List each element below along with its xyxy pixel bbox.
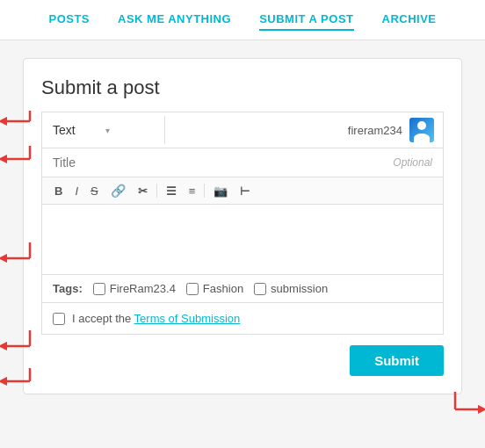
camera-button[interactable]: 📷 [210,183,231,199]
tags-row: Tags: FireRam23.4 Fashion submission [41,274,444,302]
user-info: fireram234 [165,112,443,148]
type-label: Text [53,123,102,137]
svg-marker-1 [0,117,7,126]
nav-archive[interactable]: ARCHIVE [382,12,437,31]
svg-marker-10 [0,342,7,350]
tag-fashion-label: Fashion [203,282,243,295]
optional-label: Optional [393,156,432,169]
submit-row: Submit [41,345,444,376]
list-bullet-button[interactable]: ☰ [163,183,180,199]
bold-button[interactable]: B [51,183,66,199]
strikethrough-button[interactable]: S [87,183,102,199]
nav-submit[interactable]: SUBMIT A POST [259,12,353,31]
italic-button[interactable]: I [71,183,82,199]
terms-row: I accept the Terms of Submission [41,302,444,335]
tag-submission-checkbox[interactable] [254,283,266,295]
terms-link[interactable]: Terms of Submission [134,312,241,325]
nav-bar: POSTS ASK ME ANYTHING SUBMIT A POST ARCH… [0,0,485,40]
chevron-down-icon: ▾ [105,126,155,135]
tag-fashion-checkbox[interactable] [186,283,199,295]
toolbar-row: B I S 🔗 ✂ ☰ ≡ 📷 ⊢ [41,177,444,204]
svg-marker-16 [478,405,485,414]
list-numbered-button[interactable]: ≡ [185,183,199,199]
toolbar-separator [156,184,157,198]
type-select[interactable]: Text ▾ [42,116,165,144]
tag-fireram-checkbox[interactable] [93,283,105,295]
nav-ask[interactable]: ASK ME ANYTHING [118,12,231,31]
submit-card: Submit a post Text ▾ fireram234 Optional… [23,58,462,394]
toolbar-separator-2 [204,184,205,198]
terms-text: I accept the Terms of Submission [72,312,240,325]
svg-marker-7 [0,254,7,263]
tag-fashion-item[interactable]: Fashion [186,282,243,295]
page-title: Submit a post [41,76,444,99]
post-type-row: Text ▾ fireram234 [41,112,444,148]
submit-button[interactable]: Submit [350,345,444,376]
link-button[interactable]: 🔗 [107,182,129,199]
tag-fireram-item[interactable]: FireRam23.4 [93,282,176,295]
more-button[interactable]: ⊢ [236,183,253,199]
tag-fireram-label: FireRam23.4 [110,282,176,295]
svg-marker-4 [0,155,7,163]
tag-submission-label: submission [271,282,328,295]
terms-pre: I accept the [72,312,134,325]
avatar [409,118,434,142]
editor-area[interactable] [41,204,444,274]
nav-posts[interactable]: POSTS [48,12,90,31]
terms-checkbox[interactable] [53,313,65,325]
tag-submission-item[interactable]: submission [254,282,328,295]
username: fireram234 [348,124,402,137]
title-row: Optional [41,148,444,177]
title-input[interactable] [53,155,393,170]
tags-label: Tags: [53,282,83,295]
scissors-button[interactable]: ✂ [134,183,151,199]
svg-marker-13 [0,377,7,386]
